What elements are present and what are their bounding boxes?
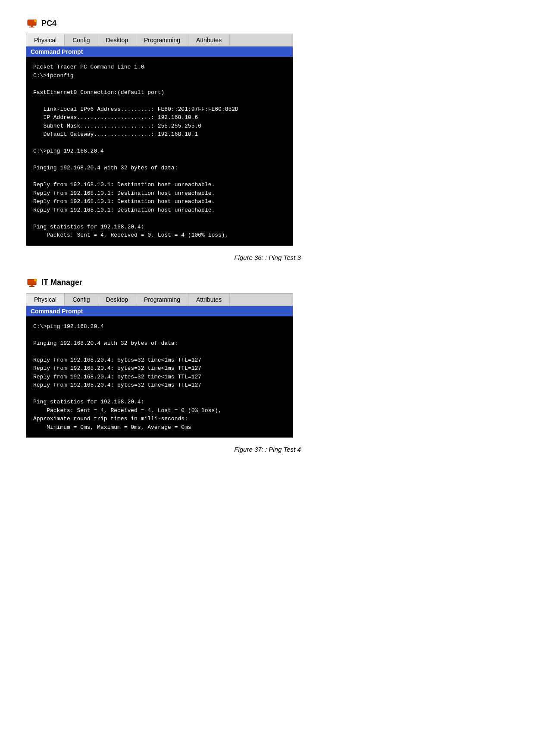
- figure1-window: Physical Config Desktop Programming Attr…: [26, 34, 293, 246]
- svg-point-7: [34, 279, 37, 281]
- figure1-device-header: PC4: [26, 17, 509, 29]
- figure2-caption: Figure 37: : Ping Test 4: [26, 446, 509, 453]
- svg-rect-2: [29, 27, 34, 28]
- figure2-command-prompt-bar: Command Prompt: [26, 306, 293, 316]
- svg-rect-1: [31, 25, 33, 27]
- figure2-section: IT Manager Physical Config Desktop Progr…: [26, 277, 509, 453]
- tab-attributes-2[interactable]: Attributes: [188, 294, 230, 306]
- figure1-caption: Figure 36: : Ping Test 3: [26, 254, 509, 261]
- figure2-terminal[interactable]: C:\>ping 192.168.20.4 Pinging 192.168.20…: [26, 316, 293, 438]
- tab-desktop-2[interactable]: Desktop: [98, 294, 136, 306]
- figure1-command-prompt-bar: Command Prompt: [26, 47, 293, 57]
- svg-rect-5: [31, 285, 33, 286]
- tab-attributes-1[interactable]: Attributes: [188, 34, 230, 46]
- tab-config-1[interactable]: Config: [65, 34, 98, 46]
- figure2-tab-bar: Physical Config Desktop Programming Attr…: [26, 294, 293, 306]
- svg-point-3: [34, 19, 37, 22]
- figure2-window: Physical Config Desktop Programming Attr…: [26, 293, 293, 438]
- figure1-device-title: PC4: [41, 19, 56, 28]
- pc4-icon: [26, 17, 38, 29]
- figure1-section: PC4 Physical Config Desktop Programming …: [26, 17, 509, 261]
- tab-physical-1[interactable]: Physical: [26, 34, 65, 46]
- figure1-terminal[interactable]: Packet Tracer PC Command Line 1.0 C:\>ip…: [26, 57, 293, 246]
- it-manager-icon: [26, 277, 38, 289]
- figure2-device-title: IT Manager: [41, 278, 82, 287]
- tab-programming-1[interactable]: Programming: [136, 34, 188, 46]
- svg-rect-6: [29, 286, 34, 287]
- tab-physical-2[interactable]: Physical: [26, 294, 65, 306]
- figure1-tab-bar: Physical Config Desktop Programming Attr…: [26, 34, 293, 47]
- tab-programming-2[interactable]: Programming: [136, 294, 188, 306]
- tab-desktop-1[interactable]: Desktop: [98, 34, 136, 46]
- tab-config-2[interactable]: Config: [65, 294, 98, 306]
- figure2-device-header: IT Manager: [26, 277, 509, 289]
